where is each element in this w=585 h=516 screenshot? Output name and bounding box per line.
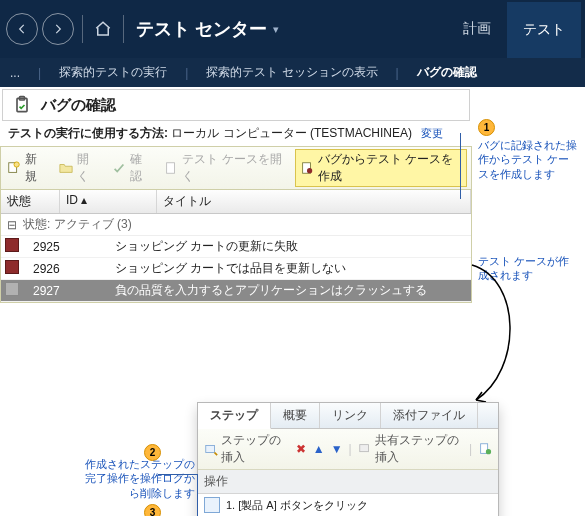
col-state[interactable]: 状態	[1, 190, 60, 213]
open-button[interactable]: 開く	[57, 150, 99, 186]
open-testcase-button[interactable]: テスト ケースを開く	[162, 150, 284, 186]
run-method-row: テストの実行に使用する方法: ローカル コンピューター (TESTMACHINE…	[0, 121, 472, 146]
change-link[interactable]: 変更	[421, 127, 443, 139]
create-testcase-from-bug-button[interactable]: バグからテスト ケースを作成	[295, 149, 467, 187]
col-id[interactable]: ID ▴	[60, 190, 157, 213]
home-button[interactable]	[89, 15, 117, 43]
new-icon	[7, 161, 21, 175]
insert-shared-step-button[interactable]: 共有ステップの挿入	[358, 432, 463, 466]
callout-1: 1 バグに記録された操作からテスト ケースを作成します	[478, 119, 578, 181]
open-icon	[59, 161, 73, 175]
callout-badge-1: 1	[478, 119, 495, 136]
move-up-icon[interactable]: ▲	[313, 442, 325, 456]
page-title: バグの確認	[41, 96, 116, 115]
collapse-icon: ⊟	[7, 218, 17, 232]
delete-step-icon[interactable]: ✖	[295, 442, 307, 456]
table-row-selected[interactable]: 2927 負の品質を入力するとアプリケーションはクラッシュする	[1, 280, 471, 302]
new-button[interactable]: 新規	[5, 150, 47, 186]
shared-step-icon	[358, 442, 372, 456]
svg-rect-8	[359, 445, 368, 452]
subnav-bugs[interactable]: バグの確認	[413, 60, 481, 85]
detail-toolbar: ステップの挿入 ✖ ▲ ▼ | 共有ステップの挿入 |	[198, 429, 498, 470]
confirm-button[interactable]: 確認	[110, 150, 152, 186]
svg-point-10	[486, 449, 491, 454]
separator	[82, 15, 83, 43]
bug-icon	[300, 161, 314, 175]
tab-links[interactable]: リンク	[320, 403, 381, 428]
bug-cube-icon	[5, 260, 19, 274]
sub-nav: ... | 探索的テストの実行 | 探索的テスト セッションの表示 | バグの確…	[0, 58, 585, 87]
subnav-run[interactable]: 探索的テストの実行	[55, 60, 171, 85]
run-method-label: テストの実行に使用する方法:	[8, 126, 168, 140]
group-row[interactable]: ⊟ 状態: アクティブ (3)	[1, 214, 471, 236]
detail-tabs: ステップ 概要 リンク 添付ファイル	[198, 403, 498, 429]
subnav-more[interactable]: ...	[6, 62, 24, 84]
tab-attachments[interactable]: 添付ファイル	[381, 403, 478, 428]
callout-2: 作成されたステップの完了操作を操作ログから削除します	[75, 457, 195, 500]
bug-cube-icon	[5, 282, 19, 296]
svg-point-6	[307, 168, 312, 173]
callout-mid: テスト ケースが作成されます	[478, 254, 578, 283]
steps-panel: ステップ 概要 リンク 添付ファイル ステップの挿入 ✖ ▲ ▼ | 共有ステッ…	[197, 402, 499, 516]
check-icon	[112, 161, 126, 175]
insert-icon	[204, 442, 218, 456]
steps-section-header: 操作	[198, 470, 498, 494]
svg-point-3	[14, 162, 19, 167]
callout-badge-3: 3	[144, 504, 161, 516]
step-row[interactable]: 1. [製品 A] ボタンをクリック	[198, 494, 498, 516]
separator	[123, 15, 124, 43]
table-row[interactable]: 2925 ショッピング カートの更新に失敗	[1, 236, 471, 258]
app-title: テスト センター	[136, 17, 267, 41]
tab-steps[interactable]: ステップ	[198, 403, 271, 429]
bug-grid: 状態 ID ▴ タイトル ⊟ 状態: アクティブ (3) 2925 ショッピング…	[0, 190, 472, 303]
document-icon	[164, 161, 178, 175]
subnav-session[interactable]: 探索的テスト セッションの表示	[202, 60, 381, 85]
back-button[interactable]	[6, 13, 38, 45]
tab-test[interactable]: テスト	[507, 0, 581, 58]
step-icon	[204, 497, 220, 513]
forward-button[interactable]	[42, 13, 74, 45]
tab-overview[interactable]: 概要	[271, 403, 320, 428]
tab-plan[interactable]: 計画	[447, 0, 507, 58]
svg-rect-7	[206, 446, 215, 453]
main-tabs: 計画 テスト	[447, 0, 581, 58]
sort-asc-icon: ▴	[81, 193, 87, 207]
page-header: バグの確認	[2, 89, 470, 121]
grid-header: 状態 ID ▴ タイトル	[1, 190, 471, 214]
toolbar: 新規 開く 確認 テスト ケースを開く	[0, 146, 472, 190]
col-title[interactable]: タイトル	[157, 190, 471, 213]
clipboard-icon	[11, 94, 33, 116]
app-switcher-dropdown-icon[interactable]: ▾	[273, 23, 279, 36]
main-pane: バグの確認 テストの実行に使用する方法: ローカル コンピューター (TESTM…	[0, 89, 472, 303]
svg-rect-4	[167, 163, 175, 174]
insert-step-button[interactable]: ステップの挿入	[204, 432, 289, 466]
bug-cube-icon	[5, 238, 19, 252]
table-row[interactable]: 2926 ショッピング カートでは品目を更新しない	[1, 258, 471, 280]
attachment-icon[interactable]	[478, 442, 492, 456]
ribbon: テスト センター ▾ 計画 テスト	[0, 0, 585, 58]
move-down-icon[interactable]: ▼	[331, 442, 343, 456]
run-method-value: ローカル コンピューター (TESTMACHINEA)	[171, 126, 412, 140]
